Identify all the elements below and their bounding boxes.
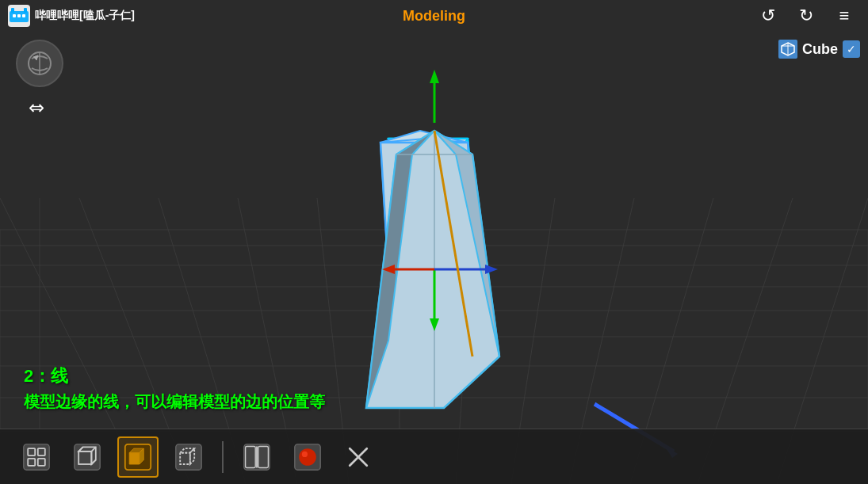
- undo-button[interactable]: ↺: [752, 0, 784, 32]
- annotation-panel: 2：线 模型边缘的线，可以编辑模型的边的位置等: [24, 364, 325, 413]
- close-button[interactable]: [338, 436, 379, 478]
- orbit-button[interactable]: [16, 40, 63, 87]
- redo-button[interactable]: ↻: [790, 0, 822, 32]
- svg-rect-54: [13, 14, 16, 17]
- top-left-area: 哔哩哔哩[嗑瓜-子仁]: [8, 5, 135, 27]
- svg-rect-53: [24, 8, 27, 13]
- material-button[interactable]: [287, 436, 328, 478]
- nav-gizmo: ⇔: [16, 40, 63, 122]
- svg-rect-55: [17, 14, 21, 17]
- top-bar: 哔哩哔哩[嗑瓜-子仁] Modeling ↺ ↻ ≡: [0, 0, 868, 32]
- edge-mode-button[interactable]: [67, 436, 108, 478]
- vertex-mode-button[interactable]: [16, 436, 57, 478]
- object-visibility-checkbox[interactable]: ✓: [843, 40, 860, 58]
- app-title: 哔哩哔哩[嗑瓜-子仁]: [35, 9, 135, 23]
- annotation-title: 2：线: [24, 364, 325, 388]
- top-right-buttons: ↺ ↻ ≡: [752, 0, 860, 32]
- svg-rect-62: [24, 444, 49, 469]
- svg-marker-74: [129, 452, 140, 463]
- object-name: Cube: [802, 41, 838, 58]
- app-logo: [8, 5, 30, 27]
- bottom-toolbar: [0, 429, 868, 484]
- toolbar-divider-1: [222, 441, 224, 473]
- split-view-button[interactable]: [236, 436, 277, 478]
- pan-button[interactable]: ⇔: [22, 93, 51, 122]
- menu-button[interactable]: ≡: [828, 0, 860, 32]
- face-mode-button[interactable]: [117, 436, 159, 478]
- svg-point-86: [299, 448, 316, 466]
- cube-icon: [778, 40, 797, 59]
- annotation-description: 模型边缘的线，可以编辑模型的边的位置等: [24, 391, 325, 413]
- mode-label: Modeling: [403, 8, 465, 25]
- svg-point-87: [302, 451, 308, 456]
- object-mode-button[interactable]: [168, 436, 209, 478]
- object-panel: Cube ✓: [778, 40, 860, 59]
- svg-rect-56: [22, 14, 25, 17]
- svg-rect-52: [11, 8, 14, 13]
